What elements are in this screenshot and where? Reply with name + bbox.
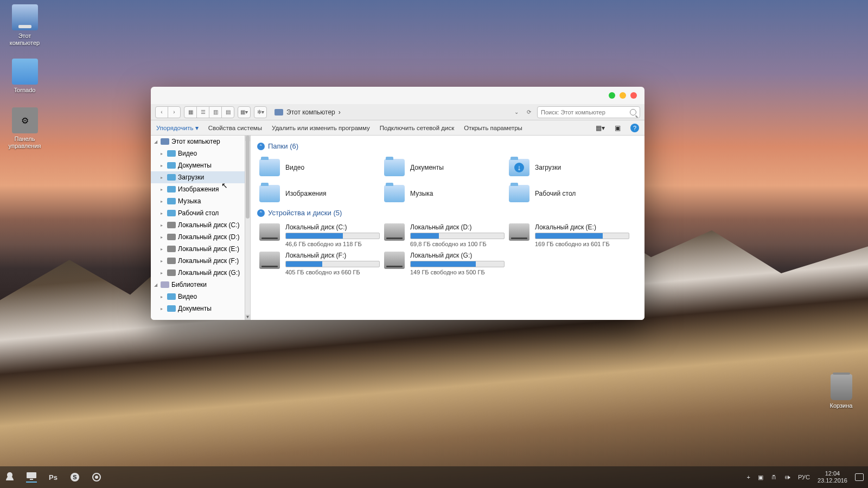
taskbar-explorer[interactable]	[26, 472, 37, 483]
computer-icon	[275, 109, 283, 115]
folder-icon	[384, 159, 405, 176]
sidebar-label: Локальный диск (G:)	[178, 269, 240, 277]
view-options-button[interactable]: ▦▾	[238, 106, 251, 118]
open-settings-button[interactable]: Открыть параметры	[464, 125, 522, 131]
view-icons-button[interactable]: ▦	[184, 106, 197, 118]
drive-name: Локальный диск (D:)	[410, 223, 505, 231]
drive-usage-bar	[285, 233, 380, 239]
folder-item[interactable]: Изображения	[257, 181, 382, 207]
tray-language[interactable]: РУС	[798, 474, 810, 480]
tray-notifications-icon[interactable]	[855, 473, 864, 481]
folder-label: Видео	[285, 164, 304, 171]
sidebar-item[interactable]: ▸Видео	[151, 291, 250, 303]
drive-item[interactable]: Локальный диск (G:)149 ГБ свободно из 50…	[382, 249, 507, 278]
drive-name: Локальный диск (E:)	[535, 223, 629, 231]
minimize-button[interactable]	[609, 92, 615, 99]
icon-label: Корзина	[821, 402, 861, 409]
desktop-icon-recycle-bin[interactable]: Корзина	[821, 374, 861, 409]
tray-add-icon[interactable]: +	[746, 474, 750, 480]
sidebar-item[interactable]: ▸Локальный диск (F:)	[151, 255, 250, 267]
desktop-icon-this-pc[interactable]: Этот компьютер	[4, 4, 45, 47]
tray-volume-icon[interactable]: 🕪	[784, 474, 790, 480]
svg-rect-0	[27, 472, 36, 478]
folder-item[interactable]: Видео	[257, 155, 382, 181]
sidebar-root-this-pc[interactable]: ◢ Этот компьютер	[151, 136, 250, 147]
sidebar-item[interactable]: ▸Документы	[151, 303, 250, 314]
organize-button[interactable]: Упорядочить ▾	[156, 124, 199, 132]
folder-icon	[167, 162, 176, 169]
taskbar-skype[interactable]: S	[69, 472, 80, 483]
sidebar-item[interactable]: ▸Загрузки	[151, 171, 250, 183]
group-header-drives[interactable]: ⌃ Устройства и диски (5)	[257, 209, 638, 217]
view-options-icon[interactable]: ▦▾	[596, 124, 605, 132]
sidebar-item[interactable]: ▸Локальный диск (D:)	[151, 231, 250, 243]
drive-name: Локальный диск (C:)	[285, 223, 380, 231]
folder-label: Документы	[410, 164, 444, 171]
folder-item[interactable]: Рабочий стол	[507, 181, 631, 207]
sidebar-scrollbar[interactable]: ▲ ▼	[245, 136, 250, 320]
svg-text:S: S	[73, 474, 76, 480]
sidebar-root-libraries[interactable]: ◢ Библиотеки	[151, 279, 250, 291]
close-button[interactable]	[630, 92, 637, 99]
folder-label: Рабочий стол	[535, 190, 576, 197]
sidebar-label: Музыка	[178, 197, 201, 205]
breadcrumb[interactable]: Этот компьютер ›	[270, 108, 509, 116]
computer-icon	[161, 138, 169, 145]
tray-clock[interactable]: 12:04 23.12.2016	[818, 470, 847, 484]
sidebar-item[interactable]: ▸Рабочий стол	[151, 207, 250, 219]
settings-button[interactable]: ✻▾	[254, 106, 267, 118]
preview-pane-icon[interactable]: ▣	[615, 124, 621, 132]
tray-network-icon[interactable]: ⫚	[771, 474, 777, 480]
search-input[interactable]	[541, 109, 630, 115]
taskbar-photoshop[interactable]: Ps	[48, 472, 59, 483]
chevron-up-icon: ⌃	[257, 143, 265, 150]
sidebar-label: Этот компьютер	[171, 138, 220, 145]
drive-item[interactable]: Локальный диск (E:)169 ГБ свободно из 60…	[507, 221, 631, 249]
sidebar-item[interactable]: ▸Локальный диск (C:)	[151, 219, 250, 231]
scrollbar-thumb[interactable]	[246, 136, 250, 219]
nav-forward-button[interactable]: ›	[168, 106, 181, 118]
titlebar[interactable]	[151, 87, 644, 104]
sidebar-item[interactable]: ▸Локальный диск (E:)	[151, 243, 250, 255]
refresh-button[interactable]: ⟳	[524, 106, 534, 118]
drive-icon	[167, 258, 176, 264]
drive-item[interactable]: Локальный диск (D:)69,8 ГБ свободно из 1…	[382, 221, 507, 249]
nav-back-button[interactable]: ‹	[155, 106, 168, 118]
trash-icon	[831, 374, 852, 400]
sidebar-item[interactable]: ▸Локальный диск (G:)	[151, 267, 250, 279]
view-list-button[interactable]: ☰	[196, 106, 209, 118]
sidebar-item[interactable]: ▸Документы	[151, 159, 250, 171]
explorer-window: ‹ › ▦ ☰ ▥ ▤ ▦▾ ✻▾ Этот компьютер › ⌄ ⟳ У…	[151, 87, 644, 320]
drive-item[interactable]: Локальный диск (C:)46,6 ГБ свободно из 1…	[257, 221, 382, 249]
taskbar-chrome[interactable]	[91, 472, 102, 483]
scroll-down-icon[interactable]: ▼	[245, 314, 250, 320]
folder-item[interactable]: Документы	[382, 155, 507, 181]
drive-icon	[384, 223, 405, 241]
help-button[interactable]: ?	[630, 124, 639, 132]
drive-item[interactable]: Локальный диск (F:)405 ГБ свободно из 66…	[257, 249, 382, 278]
view-gallery-button[interactable]: ▤	[221, 106, 234, 118]
search-box[interactable]	[537, 106, 640, 118]
folder-icon	[259, 185, 280, 202]
drive-free-text: 169 ГБ свободно из 601 ГБ	[535, 241, 629, 247]
folder-item[interactable]: Загрузки	[507, 155, 631, 181]
sidebar-label: Локальный диск (D:)	[178, 233, 240, 241]
tray-screen-icon[interactable]: ▣	[758, 474, 763, 481]
desktop-icon-tornado[interactable]: Tornado	[4, 59, 45, 94]
system-properties-button[interactable]: Свойства системы	[208, 125, 262, 131]
uninstall-program-button[interactable]: Удалить или изменить программу	[272, 125, 370, 131]
folder-icon	[509, 185, 529, 202]
start-button[interactable]	[4, 472, 15, 483]
sidebar-item[interactable]: ▸Изображения	[151, 183, 250, 195]
map-network-drive-button[interactable]: Подключить сетевой диск	[380, 125, 454, 131]
folder-label: Изображения	[285, 190, 326, 197]
view-columns-button[interactable]: ▥	[209, 106, 222, 118]
desktop-icon-control-panel[interactable]: ⚙ Панель управления	[4, 107, 45, 150]
maximize-button[interactable]	[620, 92, 626, 99]
sidebar-label: Локальный диск (E:)	[178, 245, 239, 253]
group-header-folders[interactable]: ⌃ Папки (6)	[257, 142, 638, 150]
history-dropdown-button[interactable]: ⌄	[512, 106, 521, 118]
sidebar-item[interactable]: ▸Видео	[151, 147, 250, 159]
folder-item[interactable]: Музыка	[382, 181, 507, 207]
sidebar-item[interactable]: ▸Музыка	[151, 195, 250, 207]
